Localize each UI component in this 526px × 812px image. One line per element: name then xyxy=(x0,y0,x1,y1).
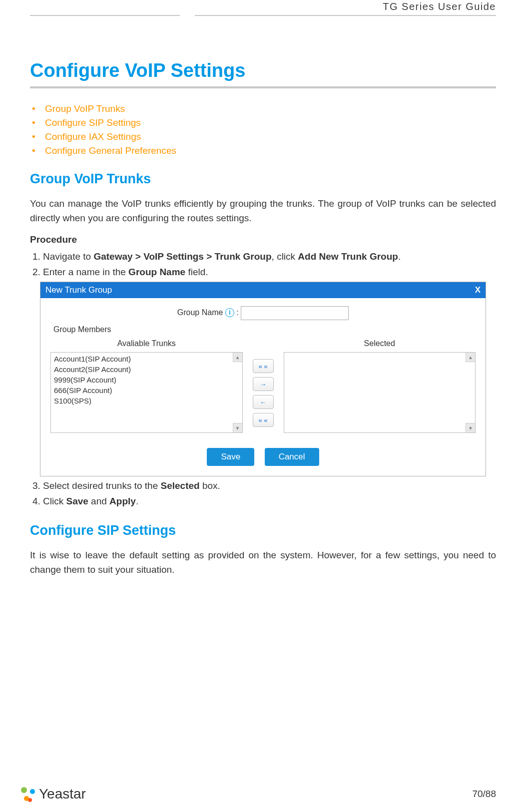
step-text-bold: Save xyxy=(66,496,88,506)
cancel-button[interactable]: Cancel xyxy=(265,448,319,466)
title-underline xyxy=(30,86,496,88)
step-text: and xyxy=(88,496,109,506)
step-text: Navigate to xyxy=(43,251,93,262)
step-text-bold: Group Name xyxy=(128,267,185,277)
header-rule-left xyxy=(30,15,180,16)
available-header: Avaliable Trunks xyxy=(50,339,243,348)
selected-column: Selected ▲ ▼ xyxy=(284,339,476,433)
colon: : xyxy=(236,308,238,317)
step-1: Navigate to Gateway > VoIP Settings > Tr… xyxy=(43,250,496,264)
step-text: . xyxy=(136,496,138,506)
procedure-steps: Navigate to Gateway > VoIP Settings > Tr… xyxy=(30,250,496,279)
scroll-up-icon[interactable]: ▲ xyxy=(233,353,242,362)
header-rule-right xyxy=(195,15,496,16)
step-3: Select desired trunks to the Selected bo… xyxy=(43,479,496,493)
step-text: field. xyxy=(185,267,208,277)
group-members-label: Group Members xyxy=(53,325,476,334)
section-configure-sip-title: Configure SIP Settings xyxy=(30,523,496,538)
step-text: , click xyxy=(272,251,298,262)
section-group-voip-trunks-title: Group VoIP Trunks xyxy=(30,171,496,187)
list-item[interactable]: Account1(SIP Account) xyxy=(54,354,239,364)
brand-logo: Yeastar xyxy=(20,786,86,802)
group-name-input[interactable] xyxy=(241,306,349,320)
procedure-steps-cont: Select desired trunks to the Selected bo… xyxy=(30,479,496,508)
page-number: 70/88 xyxy=(472,789,496,800)
step-2: Enter a name in the Group Name field. xyxy=(43,266,496,279)
group-name-label: Group Name xyxy=(177,308,223,317)
scroll-up-icon[interactable]: ▲ xyxy=(466,353,475,362)
page-title: Configure VoIP Settings xyxy=(30,60,496,81)
step-text: . xyxy=(398,251,401,262)
procedure-label: Procedure xyxy=(30,234,496,245)
list-item[interactable]: S100(SPS) xyxy=(54,396,239,406)
new-trunk-group-dialog: New Trunk Group X Group Name i : Group M… xyxy=(40,282,486,476)
save-button[interactable]: Save xyxy=(207,448,254,466)
dialog-footer: Save Cancel xyxy=(50,448,476,466)
step-text: Click xyxy=(43,496,66,506)
toc-item[interactable]: Configure SIP Settings xyxy=(45,117,496,128)
step-text-bold: Selected xyxy=(161,480,200,491)
transfer-buttons: » » → ← « « xyxy=(253,359,274,427)
move-left-button[interactable]: ← xyxy=(253,395,274,409)
toc-item[interactable]: Configure IAX Settings xyxy=(45,131,496,142)
selected-header: Selected xyxy=(284,339,476,348)
info-icon[interactable]: i xyxy=(225,308,234,317)
header-guide-title: TG Series User Guide xyxy=(383,1,496,12)
toc-item[interactable]: Configure General Preferences xyxy=(45,145,496,156)
section-configure-sip-desc: It is wise to leave the default setting … xyxy=(30,548,496,577)
available-listbox[interactable]: ▲ Account1(SIP Account) Account2(SIP Acc… xyxy=(50,352,243,433)
section-group-voip-trunks-desc: You can manage the VoIP trunks efficient… xyxy=(30,197,496,225)
scroll-down-icon[interactable]: ▼ xyxy=(466,423,475,432)
dialog-titlebar: New Trunk Group X xyxy=(40,282,486,298)
scroll-down-icon[interactable]: ▼ xyxy=(233,423,242,432)
move-all-right-button[interactable]: » » xyxy=(253,359,274,373)
toc-list: Group VoIP Trunks Configure SIP Settings… xyxy=(30,103,496,156)
step-text-bold: Apply xyxy=(109,496,136,506)
transfer-panel: Avaliable Trunks ▲ Account1(SIP Account)… xyxy=(50,339,476,433)
move-all-left-button[interactable]: « « xyxy=(253,413,274,427)
move-right-button[interactable]: → xyxy=(253,377,274,391)
page-footer: Yeastar 70/88 xyxy=(20,786,496,802)
dialog-title-text: New Trunk Group xyxy=(45,285,112,295)
step-4: Click Save and Apply. xyxy=(43,495,496,508)
close-icon[interactable]: X xyxy=(475,285,481,295)
list-item[interactable]: 9999(SIP Account) xyxy=(54,375,239,385)
step-text-bold: Add New Trunk Group xyxy=(298,251,398,262)
logo-icon xyxy=(20,786,36,802)
list-item[interactable]: Account2(SIP Account) xyxy=(54,364,239,375)
step-text: box. xyxy=(200,480,220,491)
brand-name: Yeastar xyxy=(39,786,86,802)
selected-listbox[interactable]: ▲ ▼ xyxy=(284,352,476,433)
toc-item[interactable]: Group VoIP Trunks xyxy=(45,103,496,114)
group-name-row: Group Name i : xyxy=(50,306,476,320)
list-item[interactable]: 666(SIP Account) xyxy=(54,385,239,396)
step-text-bold: Gateway > VoIP Settings > Trunk Group xyxy=(93,251,271,262)
available-column: Avaliable Trunks ▲ Account1(SIP Account)… xyxy=(50,339,243,433)
step-text: Select desired trunks to the xyxy=(43,480,161,491)
step-text: Enter a name in the xyxy=(43,267,128,277)
